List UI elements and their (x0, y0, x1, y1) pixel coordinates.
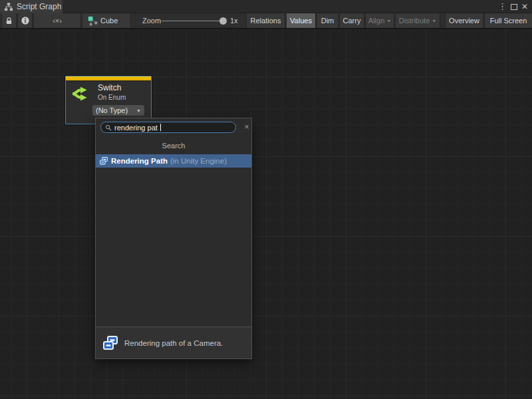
tab-title: Script Graph (17, 2, 61, 11)
clear-search-icon[interactable]: × (241, 121, 252, 133)
align-button[interactable]: Align▼ (365, 13, 394, 28)
dim-label: Dim (321, 17, 334, 25)
relations-button[interactable]: Relations (246, 13, 285, 28)
node-title: Switch (98, 83, 121, 92)
zoom-label: Zoom (142, 13, 161, 28)
chevron-down-icon: ▼ (386, 19, 391, 23)
finder-description-panel: Rendering path of a Camera. (96, 327, 251, 358)
node-type-dropdown[interactable]: (No Type) ▼ (92, 105, 144, 116)
search-query-text: rendering pat (114, 124, 158, 132)
graph-canvas[interactable]: Switch On Enum (No Type) ▼ rendering pat… (0, 29, 532, 399)
overview-button[interactable]: Overview (445, 13, 483, 28)
node-subtitle: On Enum (98, 94, 126, 101)
more-menu-icon[interactable]: ⋮ (498, 0, 507, 13)
search-input[interactable]: rendering pat (100, 122, 236, 133)
distribute-button[interactable]: Distribute▼ (395, 13, 440, 28)
finder-section-header: Search (96, 139, 251, 152)
chevron-down-icon: ▼ (136, 108, 141, 113)
result-context: (in Unity Engine) (170, 157, 227, 165)
relations-label: Relations (251, 17, 281, 25)
zoom-slider-handle[interactable] (219, 17, 227, 25)
code-toggle-icon: ‹×› (53, 17, 62, 25)
info-button[interactable] (17, 13, 33, 28)
zoom-slider-track[interactable] (162, 21, 222, 21)
dim-button[interactable]: Dim (317, 13, 338, 28)
window-controls: ⋮ ✕ (498, 0, 532, 13)
switch-branch-icon (70, 85, 89, 102)
graph-asset-label: Cube (100, 13, 118, 28)
search-row: rendering pat × (96, 118, 251, 137)
lock-button[interactable] (1, 13, 17, 28)
result-description: Rendering path of a Camera. (124, 339, 223, 347)
script-graph-asset-icon (88, 16, 98, 26)
info-icon (21, 16, 30, 25)
result-name: Rendering Path (111, 157, 168, 165)
text-caret (160, 124, 161, 131)
toolbar: ‹×› Cube Zoom 1x Relations Values Dim Ca… (0, 13, 532, 29)
enum-type-icon (99, 156, 108, 166)
node-type-label: (No Type) (96, 106, 128, 114)
tab-script-graph[interactable]: Script Graph (0, 0, 63, 13)
values-label: Values (290, 17, 312, 25)
search-icon (105, 124, 112, 131)
chevron-down-icon: ▼ (432, 19, 436, 23)
full-screen-button[interactable]: Full Screen (484, 13, 532, 28)
align-label: Align (368, 17, 384, 25)
carry-label: Carry (343, 17, 361, 25)
carry-button[interactable]: Carry (339, 13, 364, 28)
overview-label: Overview (449, 17, 479, 25)
close-icon[interactable]: ✕ (521, 0, 528, 13)
enum-type-icon-large (102, 334, 119, 352)
search-result-row[interactable]: Rendering Path (in Unity Engine) (96, 154, 251, 168)
tab-bar: Script Graph ⋮ ✕ (0, 0, 532, 13)
maximize-icon[interactable] (511, 4, 517, 10)
code-view-toggle-button[interactable]: ‹×› (33, 13, 81, 28)
lock-icon (5, 17, 13, 25)
node-header-bar (66, 76, 151, 81)
graph-hierarchy-icon (4, 2, 13, 11)
values-button[interactable]: Values (286, 13, 316, 28)
distribute-label: Distribute (399, 17, 430, 25)
fuzzy-finder-popup: rendering pat × Search Rendering Path (i… (95, 118, 252, 359)
full-screen-label: Full Screen (490, 17, 527, 25)
graph-asset-button[interactable]: Cube (82, 13, 131, 28)
zoom-value: 1x (230, 13, 238, 28)
